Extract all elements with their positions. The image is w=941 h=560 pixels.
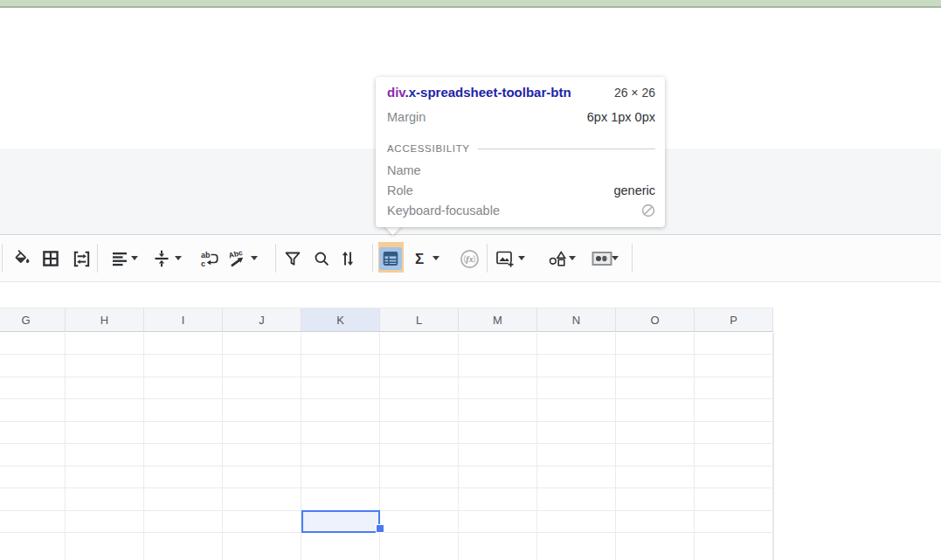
margin-label: Margin [387, 108, 426, 126]
role-row: Role generic [387, 182, 655, 199]
insert-image-dropdown-caret[interactable] [518, 256, 525, 260]
margin-value: 6px 1px 0px [587, 108, 655, 126]
svg-text:ab: ab [201, 251, 211, 259]
role-value: generic [613, 182, 655, 199]
text-rotation-icon: Abc [227, 250, 246, 267]
selected-cell[interactable] [301, 510, 380, 533]
fx-circle-icon: fx [459, 248, 481, 270]
column-header-o[interactable]: O [616, 308, 695, 331]
name-row: Name [387, 162, 655, 179]
top-green-bar [0, 0, 941, 8]
spreadsheet-grid[interactable] [0, 333, 774, 560]
accessibility-section-header: ACCESSIBILITY [387, 140, 655, 157]
element-selector: div.x-spreadsheet-toolbar-btn [387, 84, 571, 101]
align-middle-icon [153, 250, 170, 267]
fill-handle[interactable] [376, 524, 384, 533]
borders-button[interactable] [39, 247, 62, 270]
insert-chart-dropdown-caret[interactable] [612, 256, 619, 260]
table-format-icon [382, 250, 399, 267]
insert-shapes-dropdown-caret[interactable] [569, 256, 576, 260]
column-header-l[interactable]: L [380, 308, 459, 331]
filter-funnel-icon [284, 250, 301, 267]
toolbar-separator [275, 244, 276, 273]
column-header-i[interactable]: I [144, 308, 223, 331]
text-rotation-button[interactable]: Abc [225, 247, 248, 270]
align-left-icon [111, 250, 128, 267]
inspect-tooltip: div.x-spreadsheet-toolbar-btn 26 × 26 Ma… [376, 77, 665, 227]
cell-format-button[interactable] [379, 247, 402, 270]
toolbar-separator [372, 244, 373, 273]
insert-chart-button[interactable] [591, 247, 613, 270]
column-header-k-selected[interactable]: K [301, 308, 380, 331]
shapes-icon [548, 249, 567, 268]
column-header-n[interactable]: N [537, 308, 616, 331]
text-wrap-button[interactable]: abc [198, 247, 221, 270]
column-header-row: G H I J K L M N O P [0, 308, 773, 332]
sigma-icon: Σ [412, 249, 427, 268]
margin-row: Margin 6px 1px 0px [387, 108, 655, 126]
vertical-align-dropdown-caret[interactable] [175, 256, 182, 260]
sort-button[interactable] [336, 247, 359, 270]
svg-text:Σ: Σ [415, 251, 424, 267]
vertical-align-button[interactable] [150, 247, 173, 270]
formula-bar[interactable] [0, 282, 941, 308]
text-wrap-icon: abc [200, 250, 219, 267]
column-header-g[interactable]: G [0, 308, 66, 331]
column-header-h[interactable]: H [66, 308, 144, 331]
svg-text:c: c [201, 259, 205, 267]
column-header-j[interactable]: J [223, 308, 301, 331]
filter-button[interactable] [281, 247, 304, 270]
toolbar-separator [2, 244, 3, 273]
keyboard-focusable-row: Keyboard-focusable [387, 202, 655, 219]
image-plus-icon [495, 250, 515, 268]
spreadsheet-toolbar: abc Abc [0, 235, 941, 282]
column-header-p[interactable]: P [695, 308, 773, 331]
section-divider-line [478, 149, 655, 149]
not-allowed-icon [641, 204, 655, 218]
column-header-m[interactable]: M [459, 308, 537, 331]
accessibility-title: ACCESSIBILITY [387, 140, 470, 157]
formula-button[interactable]: fx [458, 247, 481, 270]
text-rotation-dropdown-caret[interactable] [251, 256, 258, 260]
search-icon [313, 250, 330, 267]
keyboard-focusable-label: Keyboard-focusable [387, 202, 500, 219]
horizontal-align-dropdown-caret[interactable] [131, 256, 138, 260]
page-root: abc Abc [0, 0, 941, 560]
merge-cells-button[interactable] [70, 247, 93, 270]
horizontal-align-button[interactable] [108, 247, 131, 270]
insert-image-button[interactable] [494, 247, 516, 270]
paint-bucket-icon [13, 250, 31, 268]
svg-text:fx: fx [466, 254, 473, 264]
fill-color-button[interactable] [10, 247, 33, 270]
toolbar-separator [97, 244, 98, 273]
picture-thumbnail-icon [592, 250, 612, 267]
element-dimensions: 26 × 26 [614, 84, 655, 101]
name-label: Name [387, 162, 421, 179]
merge-cells-icon [73, 250, 91, 268]
borders-grid-icon [42, 250, 59, 267]
autosum-button[interactable]: Σ [408, 247, 431, 270]
element-class: .x-spreadsheet-toolbar-btn [405, 85, 571, 100]
search-button[interactable] [310, 247, 333, 270]
toolbar-separator [632, 244, 633, 273]
inspect-margin-highlight [378, 242, 404, 273]
role-label: Role [387, 182, 413, 199]
toolbar-separator [487, 244, 488, 273]
autosum-dropdown-caret[interactable] [432, 256, 439, 260]
element-tag: div [387, 85, 405, 100]
sort-arrows-icon [339, 250, 356, 267]
tooltip-title-row: div.x-spreadsheet-toolbar-btn 26 × 26 [387, 84, 655, 101]
insert-shapes-button[interactable] [546, 247, 569, 270]
